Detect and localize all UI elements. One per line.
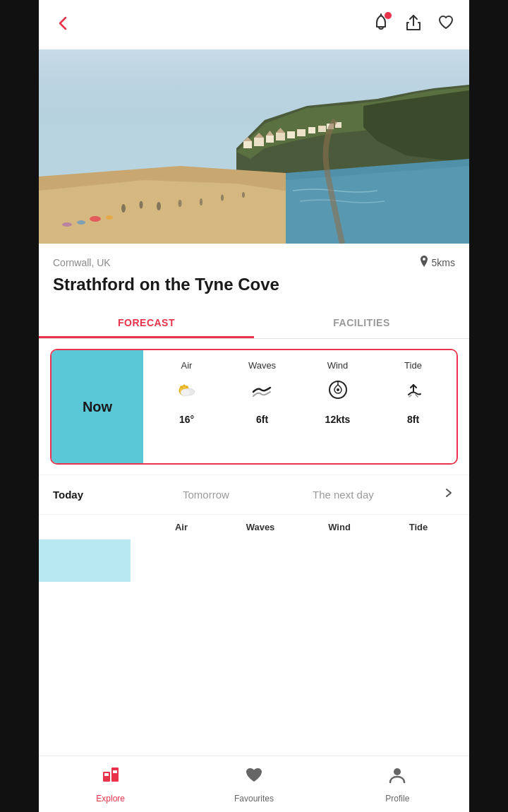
day-chevron-icon[interactable] [442,486,455,503]
tide-label: Tide [404,360,422,371]
svg-point-31 [90,216,101,222]
svg-point-38 [181,389,190,396]
svg-rect-12 [308,127,315,133]
svg-point-30 [242,192,245,198]
explore-label: Explore [96,794,125,804]
weather-col-tide: Tide 8ft [375,360,451,453]
now-card-wrapper: Now Air 16° [39,339,469,475]
favourites-icon [243,765,265,791]
favourites-label: Favourites [234,794,274,804]
svg-point-33 [106,215,113,220]
svg-rect-8 [266,136,274,143]
day-tomorrow[interactable]: Tomorrow [183,489,313,501]
weather-col-air: Air 16° [149,360,224,453]
svg-point-32 [77,220,85,225]
location-distance: 5kms [419,255,455,270]
forecast-table-header: Air Waves Wind Tide [39,514,469,539]
svg-rect-11 [297,129,306,136]
pin-icon [419,255,429,270]
col-waves: Waves [221,522,300,532]
svg-point-29 [221,195,224,201]
share-button[interactable] [404,13,423,36]
partly-cloudy-icon [175,378,199,407]
notification-button[interactable] [372,13,390,36]
now-card-left: Now [52,350,143,463]
phone-container: Cornwall, UK 5kms Strathford on the Tyne… [39,0,469,812]
profile-label: Profile [385,794,409,804]
explore-icon [100,765,121,791]
svg-rect-9 [276,133,285,141]
svg-point-28 [200,198,202,205]
now-card-right: Air 16° Waves [143,350,456,463]
svg-rect-10 [287,131,295,138]
profile-icon [387,765,408,791]
waves-value: 6ft [256,414,268,425]
svg-rect-42 [111,768,119,782]
tide-value: 8ft [407,414,419,425]
distance-value: 5kms [432,257,455,268]
time-col-empty [50,522,142,532]
now-label: Now [83,399,112,415]
nav-profile[interactable]: Profile [326,756,469,812]
tide-icon [401,378,425,407]
weather-col-wind: Wind 12kts [300,360,375,453]
header [39,0,469,49]
back-button[interactable] [53,13,73,37]
svg-point-25 [140,201,143,209]
location-top: Cornwall, UK 5kms [53,255,455,270]
svg-rect-6 [243,141,252,148]
hero-image [39,49,469,244]
svg-point-35 [423,258,425,261]
wind-icon [326,378,350,407]
svg-point-45 [394,768,401,775]
svg-rect-43 [104,773,109,776]
air-value: 16° [179,414,194,425]
col-air: Air [142,522,221,532]
header-icons [372,13,455,36]
weather-col-waves: Waves 6ft [224,360,300,453]
svg-rect-44 [113,770,117,773]
svg-rect-7 [254,138,264,146]
day-today[interactable]: Today [53,489,183,501]
forecast-time-cell [39,539,131,582]
tab-forecast[interactable]: FORECAST [39,307,254,338]
tabs: FORECAST FACILITIES [39,307,469,339]
notification-dot [385,12,392,19]
svg-point-34 [62,222,72,227]
svg-rect-13 [318,126,326,132]
day-next[interactable]: The next day [313,489,442,501]
tab-facilities[interactable]: FACILITIES [254,307,469,338]
bottom-nav: Explore Favourites Profile [39,756,469,812]
forecast-row-1 [39,539,469,582]
location-section: Cornwall, UK 5kms Strathford on the Tyne… [39,244,469,300]
wind-label: Wind [327,360,349,371]
day-selector: Today Tomorrow The next day [39,475,469,514]
col-wind: Wind [300,522,379,532]
svg-point-27 [179,200,182,207]
svg-point-40 [337,388,339,391]
waves-label: Waves [248,360,276,371]
nav-favourites[interactable]: Favourites [182,756,325,812]
nav-explore[interactable]: Explore [39,756,182,812]
air-label: Air [181,360,193,371]
svg-point-26 [157,202,161,210]
col-tide: Tide [379,522,458,532]
location-country: Cornwall, UK [53,257,111,268]
now-card: Now Air 16° [50,349,458,465]
wind-value: 12kts [325,414,351,425]
favorite-button[interactable] [437,13,455,36]
svg-point-24 [121,204,126,213]
location-name: Strathford on the Tyne Cove [53,275,455,294]
wave-icon [250,378,274,407]
